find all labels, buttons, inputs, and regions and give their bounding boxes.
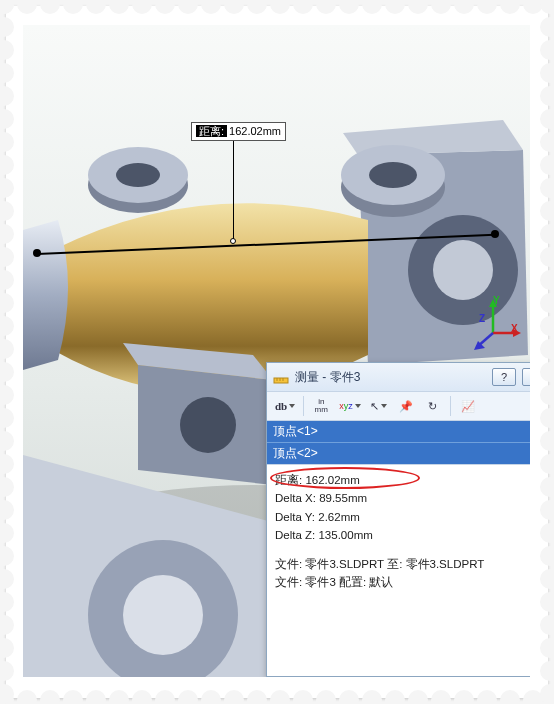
measure-dialog: 测量 - 零件3 ? ✕ db in mm xyz ↖ xyxy=(266,362,530,677)
spacer xyxy=(275,545,530,555)
history-button[interactable]: 📈 xyxy=(456,395,480,417)
close-icon: ✕ xyxy=(530,371,531,384)
svg-rect-18 xyxy=(274,378,288,383)
toolbar-sep xyxy=(450,396,451,416)
svg-point-5 xyxy=(116,163,160,187)
result-distance: 距离: 162.02mm xyxy=(275,471,530,489)
callout-value: 162.02mm xyxy=(229,125,281,137)
delta-z-label: Delta Z: xyxy=(275,529,315,541)
selection-item[interactable]: 顶点<1> xyxy=(267,421,530,443)
callout-label: 距离: xyxy=(196,125,227,137)
xyz-icon: xyz xyxy=(339,401,353,411)
axis-z-label: Z xyxy=(479,313,485,324)
delta-z-value: 135.00mm xyxy=(318,529,372,541)
delta-x-label: Delta X: xyxy=(275,492,316,504)
axis-x-label: X xyxy=(511,323,518,334)
axis-y-label: Y xyxy=(493,295,500,306)
chevron-down-icon xyxy=(289,404,295,408)
unit-bottom: mm xyxy=(315,406,328,414)
svg-point-11 xyxy=(123,575,203,655)
svg-point-8 xyxy=(369,162,417,188)
close-button[interactable]: ✕ xyxy=(522,368,530,386)
select-button[interactable]: ↖ xyxy=(367,395,391,417)
callout-anchor-icon xyxy=(230,238,236,244)
units-icon: in mm xyxy=(315,398,328,414)
measure-app-icon xyxy=(273,369,289,385)
arc-mode-button[interactable]: db xyxy=(272,395,298,417)
distance-callout: 距离:162.02mm xyxy=(191,122,286,141)
cad-viewport[interactable]: 距离:162.02mm Y X Z 测量 - 零件3 ? ✕ xyxy=(23,25,530,677)
distance-label: 距离: xyxy=(275,474,302,486)
sync-icon: ↻ xyxy=(428,400,437,413)
result-config-line: 文件: 零件3 配置: 默认 xyxy=(275,573,530,591)
svg-point-2 xyxy=(433,240,493,300)
distance-value: 162.02mm xyxy=(305,474,359,486)
sync-button[interactable]: ↻ xyxy=(421,395,445,417)
results-panel: 距离: 162.02mm Delta X: 89.55mm Delta Y: 2… xyxy=(267,465,530,676)
chart-icon: 📈 xyxy=(461,400,475,413)
pin-icon: 📌 xyxy=(399,400,413,413)
dialog-toolbar: db in mm xyz ↖ 📌 ↻ 📈 xyxy=(267,391,530,421)
help-icon: ? xyxy=(501,371,507,383)
dialog-titlebar[interactable]: 测量 - 零件3 ? ✕ xyxy=(267,363,530,391)
axis-triad[interactable]: Y X Z xyxy=(463,297,523,357)
delta-y-value: 2.62mm xyxy=(318,511,360,523)
result-delta-x: Delta X: 89.55mm xyxy=(275,489,530,507)
delta-y-label: Delta Y: xyxy=(275,511,315,523)
result-file-line: 文件: 零件3.SLDPRT 至: 零件3.SLDPRT xyxy=(275,555,530,573)
toolbar-sep xyxy=(303,396,304,416)
svg-point-9 xyxy=(180,397,236,453)
selection-item[interactable]: 顶点<2> xyxy=(267,443,530,464)
selection-list[interactable]: 顶点<1> 顶点<2> xyxy=(267,421,530,465)
help-button[interactable]: ? xyxy=(492,368,516,386)
units-button[interactable]: in mm xyxy=(309,395,333,417)
delta-x-value: 89.55mm xyxy=(319,492,367,504)
callout-leader xyxy=(233,136,234,241)
result-delta-y: Delta Y: 2.62mm xyxy=(275,508,530,526)
chevron-down-icon xyxy=(381,404,387,408)
dialog-title: 测量 - 零件3 xyxy=(295,369,486,386)
arc-mode-icon: db xyxy=(275,400,287,412)
pin-button[interactable]: 📌 xyxy=(394,395,418,417)
result-delta-z: Delta Z: 135.00mm xyxy=(275,526,530,544)
pointer-icon: ↖ xyxy=(370,400,379,413)
xyz-button[interactable]: xyz xyxy=(336,395,364,417)
chevron-down-icon xyxy=(355,404,361,408)
